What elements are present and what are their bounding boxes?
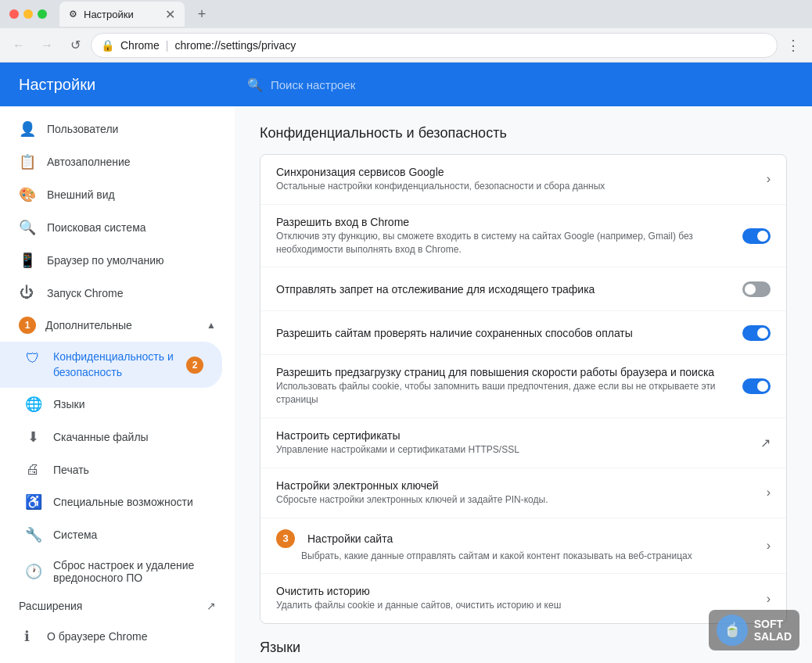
browser-toolbar: ← → ↺ 🔒 Chrome | chrome://settings/priva… <box>0 28 812 63</box>
certs-row-subtitle: Управление настройками и сертификатами H… <box>276 443 748 457</box>
autofill-icon: 📋 <box>19 153 34 170</box>
chrome-label: Chrome <box>120 39 160 52</box>
sidebar-item-system[interactable]: 🔧 Система <box>0 518 222 551</box>
extensions-label: Расширения <box>19 600 82 612</box>
certs-row-title: Настроить сертификаты <box>276 429 748 442</box>
browser-tab[interactable]: ⚙ Настройки ✕ <box>59 2 185 27</box>
menu-button[interactable]: ⋮ <box>781 33 806 58</box>
reset-icon: 🕐 <box>25 563 41 580</box>
browser-frame: ⚙ Настройки ✕ + ← → ↺ 🔒 Chrome | chrome:… <box>0 0 812 663</box>
sidebar-item-label-accessibility: Специальные возможности <box>53 496 193 508</box>
sidebar-item-users[interactable]: 👤 Пользователи <box>0 113 222 145</box>
payment-toggle-switch[interactable] <box>742 325 771 341</box>
tab-close-button[interactable]: ✕ <box>165 7 175 22</box>
dnt-row-text: Отправлять запрет на отслеживание для ис… <box>276 283 742 296</box>
site-row[interactable]: 3 Настройки сайта Выбрать, какие данные … <box>260 518 786 575</box>
new-tab-button[interactable]: + <box>191 3 213 25</box>
history-row[interactable]: Очистить историю Удалить файлы cookie и … <box>260 574 786 623</box>
site-chevron: › <box>767 539 771 553</box>
sync-row-subtitle: Остальные настройки конфиденциальности, … <box>276 180 754 193</box>
dnt-row[interactable]: Отправлять запрет на отслеживание для ис… <box>260 267 786 311</box>
search-icon: 🔍 <box>247 77 263 92</box>
keys-row[interactable]: Настройки электронных ключей Сбросьте на… <box>260 468 786 518</box>
top-bar: Настройки 🔍 <box>0 63 812 106</box>
privacy-icon: 🛡 <box>25 350 41 367</box>
signin-toggle[interactable] <box>742 228 771 244</box>
languages-icon: 🌐 <box>25 396 41 413</box>
address-bar[interactable]: 🔒 Chrome | chrome://settings/privacy <box>91 33 778 58</box>
dnt-toggle[interactable] <box>742 281 771 297</box>
keys-row-text: Настройки электронных ключей Сбросьте на… <box>276 479 767 507</box>
advanced-section-header[interactable]: 1 Дополнительные ▲ <box>0 309 235 342</box>
signin-row-text: Разрешить вход в Chrome Отключив эту фун… <box>276 216 742 256</box>
sidebar-item-browser[interactable]: 📱 Браузер по умолчанию <box>0 244 222 277</box>
preload-row-text: Разрешить предзагрузку страниц для повыш… <box>276 366 742 407</box>
sidebar-item-print[interactable]: 🖨 Печать <box>0 453 222 486</box>
preload-toggle[interactable] <box>742 378 771 394</box>
privacy-badge: 2 <box>186 357 203 374</box>
history-row-subtitle: Удалить файлы cookie и данные сайтов, оч… <box>276 599 754 612</box>
site-row-subtitle: Выбрать, какие данные отправлять сайтам … <box>276 550 754 563</box>
sidebar-item-accessibility[interactable]: ♿ Специальные возможности <box>0 486 222 518</box>
site-row-text: 3 Настройки сайта Выбрать, какие данные … <box>276 529 767 563</box>
sidebar-item-label-about: О браузере Chrome <box>47 630 148 643</box>
dnt-toggle-switch[interactable] <box>742 281 771 297</box>
advanced-badge: 1 <box>19 317 36 334</box>
sidebar-item-downloads[interactable]: ⬇ Скачанные файлы <box>0 421 222 453</box>
history-row-title: Очистить историю <box>276 585 754 597</box>
sync-row-text: Синхронизация сервисов Google Остальные … <box>276 166 767 193</box>
reload-button[interactable]: ↺ <box>63 33 88 58</box>
sidebar-item-startup[interactable]: ⏻ Запуск Chrome <box>0 277 222 309</box>
payment-toggle[interactable] <box>742 325 771 341</box>
search-input[interactable] <box>271 78 799 91</box>
sidebar-item-appearance[interactable]: 🎨 Внешний вид <box>0 178 222 211</box>
sidebar-item-label-reset: Сброс настроек и удаление вредоносного П… <box>53 559 203 584</box>
downloads-icon: ⬇ <box>25 428 41 446</box>
sidebar-item-label-browser: Браузер по умолчанию <box>47 254 164 267</box>
sync-row[interactable]: Синхронизация сервисов Google Остальные … <box>260 155 786 205</box>
preload-toggle-switch[interactable] <box>742 378 771 394</box>
payment-row-text: Разрешить сайтам проверять наличие сохра… <box>276 327 742 339</box>
certs-row[interactable]: Настроить сертификаты Управление настрой… <box>260 418 786 468</box>
sidebar-item-privacy[interactable]: 🛡 Конфиденциальность ибезопасность 2 <box>0 342 222 388</box>
payment-row[interactable]: Разрешить сайтам проверять наличие сохра… <box>260 311 786 355</box>
preload-row[interactable]: Разрешить предзагрузку страниц для повыш… <box>260 355 786 418</box>
privacy-settings-card: Синхронизация сервисов Google Остальные … <box>260 154 787 624</box>
sidebar-item-label-languages: Языки <box>53 398 85 410</box>
browser-icon: 📱 <box>19 252 34 269</box>
appearance-icon: 🎨 <box>19 186 34 203</box>
sidebar-item-languages[interactable]: 🌐 Языки <box>0 388 222 421</box>
site-row-title: Настройки сайта <box>307 532 393 545</box>
sidebar-item-label-appearance: Внешний вид <box>47 188 115 201</box>
keys-row-title: Настройки электронных ключей <box>276 479 754 492</box>
advanced-label: Дополнительные <box>45 319 132 332</box>
extensions-external-icon: ↗ <box>207 600 216 612</box>
history-chevron: › <box>767 592 771 606</box>
sidebar-item-label-startup: Запуск Chrome <box>47 287 123 299</box>
startup-icon: ⏻ <box>19 285 34 301</box>
content-area: Конфиденциальность и безопасность Синхро… <box>235 106 812 663</box>
secure-icon: 🔒 <box>101 39 114 52</box>
sidebar-item-extensions[interactable]: Расширения ↗ <box>0 592 235 620</box>
sidebar-item-label-print: Печать <box>53 464 89 476</box>
sidebar-item-about[interactable]: ℹ О браузере Chrome <box>0 620 222 653</box>
external-link-icon: ↗ <box>760 435 771 450</box>
keys-chevron-icon: › <box>767 486 771 500</box>
section-title: Конфиденциальность и безопасность <box>260 122 787 142</box>
sidebar-item-autofill[interactable]: 📋 Автозаполнение <box>0 145 222 178</box>
signin-row[interactable]: Разрешить вход в Chrome Отключив эту фун… <box>260 205 786 268</box>
payment-row-title: Разрешить сайтам проверять наличие сохра… <box>276 327 730 339</box>
tab-favicon: ⚙ <box>69 9 77 20</box>
settings-title: Настройки <box>0 76 235 94</box>
sidebar-item-search[interactable]: 🔍 Поисковая система <box>0 211 222 244</box>
back-button[interactable]: ← <box>6 33 31 58</box>
print-icon: 🖨 <box>25 461 41 478</box>
forward-button[interactable]: → <box>34 33 59 58</box>
signin-toggle-switch[interactable] <box>742 228 771 244</box>
system-icon: 🔧 <box>25 526 41 543</box>
advanced-chevron: ▲ <box>207 320 216 331</box>
preload-row-subtitle: Использовать файлы cookie, чтобы запомни… <box>276 380 730 407</box>
search-bar[interactable]: 🔍 <box>235 77 812 92</box>
certs-external: ↗ <box>760 435 771 450</box>
sidebar-item-reset[interactable]: 🕐 Сброс настроек и удаление вредоносного… <box>0 551 222 592</box>
